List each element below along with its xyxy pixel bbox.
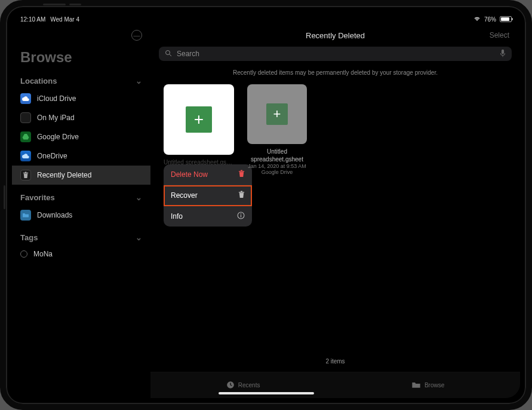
collapse-icon[interactable]: ― [131, 30, 142, 41]
file-source: Google Drive [247, 169, 307, 175]
menu-item-recover[interactable]: Recover [164, 185, 252, 206]
google-drive-icon [20, 131, 31, 142]
file-meta: Jan 14, 2020 at 9:53 AM [247, 163, 307, 169]
file-item[interactable]: + Untitled spreadsheet.gsheet Jan 5, 202… [164, 84, 234, 178]
chevron-down-icon: ⌄ [136, 77, 142, 85]
trash-icon [238, 170, 245, 179]
page-title: Recently Deleted [306, 31, 365, 40]
sidebar-item-label: iCloud Drive [37, 94, 76, 103]
info-icon [237, 212, 245, 221]
tag-icon [20, 250, 27, 258]
trash-icon [238, 191, 245, 200]
home-indicator[interactable] [219, 392, 314, 394]
tab-bar: Recents Browse [150, 372, 520, 398]
clock-icon [226, 381, 235, 390]
menu-item-delete-now[interactable]: Delete Now [164, 164, 252, 185]
file-item[interactable]: + Untitled spreadsheet.gsheet Jan 14, 20… [247, 84, 307, 175]
item-count: 2 items [150, 358, 520, 365]
section-header-label: Locations [20, 77, 57, 85]
section-header-locations[interactable]: Locations ⌄ [12, 73, 150, 89]
svg-line-1 [170, 54, 172, 56]
section-header-label: Favorites [20, 193, 55, 202]
folder-icon [411, 381, 421, 390]
select-button[interactable]: Select [490, 31, 509, 39]
tab-recents[interactable]: Recents [226, 381, 260, 390]
svg-point-0 [166, 50, 170, 54]
gsheet-icon: + [266, 103, 288, 125]
sidebar-item-recently-deleted[interactable]: Recently Deleted [12, 166, 150, 185]
section-header-label: Tags [20, 233, 38, 242]
status-date: Wed Mar 4 [50, 16, 79, 23]
sidebar-item-downloads[interactable]: Downloads [12, 206, 150, 225]
svg-rect-5 [241, 215, 241, 217]
sidebar-item-onedrive[interactable]: OneDrive [12, 146, 150, 166]
status-bar: 12:10 AM Wed Mar 4 76% [12, 12, 520, 25]
chevron-down-icon: ⌄ [136, 193, 142, 202]
search-placeholder: Search [177, 50, 199, 58]
section-header-favorites[interactable]: Favorites ⌄ [12, 189, 150, 206]
context-menu: Delete Now Recover [164, 164, 252, 227]
sidebar-item-label: Downloads [37, 211, 72, 219]
sidebar-item-label: Google Drive [37, 133, 79, 141]
sidebar-item-googledrive[interactable]: Google Drive [12, 127, 150, 146]
sidebar-item-label: Recently Deleted [37, 171, 91, 179]
cloud-icon [20, 93, 31, 104]
search-icon [165, 50, 172, 59]
tab-browse[interactable]: Browse [411, 381, 444, 390]
trash-icon [20, 170, 31, 180]
main-content: Recently Deleted Select Search Recently … [150, 25, 520, 398]
mic-icon[interactable] [500, 49, 506, 59]
sidebar-item-label: OneDrive [37, 152, 67, 160]
file-thumbnail: + [164, 84, 234, 155]
chevron-down-icon: ⌄ [136, 233, 142, 242]
status-time: 12:10 AM [20, 16, 45, 23]
main-header: Recently Deleted Select [150, 25, 520, 45]
search-input[interactable]: Search [159, 47, 512, 61]
sidebar-item-icloud[interactable]: iCloud Drive [12, 89, 150, 108]
svg-point-4 [241, 213, 242, 215]
section-header-tags[interactable]: Tags ⌄ [12, 230, 150, 246]
gsheet-icon: + [186, 106, 212, 133]
sidebar-item-label: On My iPad [37, 114, 75, 122]
menu-item-label: Info [171, 212, 183, 221]
tab-label: Browse [425, 382, 444, 388]
deletion-notice: Recently deleted items may be permanentl… [150, 66, 520, 84]
sidebar-item-label: MoNa [33, 250, 53, 258]
menu-item-info[interactable]: Info [164, 206, 252, 227]
menu-item-label: Recover [171, 191, 198, 200]
sidebar-item-tag-mona[interactable]: MoNa [12, 246, 150, 262]
ipad-icon [20, 112, 31, 123]
sidebar: ― Browse Locations ⌄ iCloud Drive On My … [12, 25, 150, 398]
menu-item-label: Delete Now [171, 170, 208, 179]
battery-pct: 76% [484, 16, 496, 23]
sidebar-item-ipad[interactable]: On My iPad [12, 108, 150, 127]
battery-icon [500, 16, 512, 22]
browse-title: Browse [12, 44, 150, 73]
wifi-icon [473, 16, 481, 22]
svg-rect-2 [502, 49, 504, 54]
tab-label: Recents [238, 382, 260, 388]
onedrive-icon [20, 151, 31, 161]
folder-icon [20, 210, 31, 221]
file-name: Untitled spreadsheet.gsheet [247, 148, 307, 163]
file-thumbnail: + [247, 84, 307, 144]
